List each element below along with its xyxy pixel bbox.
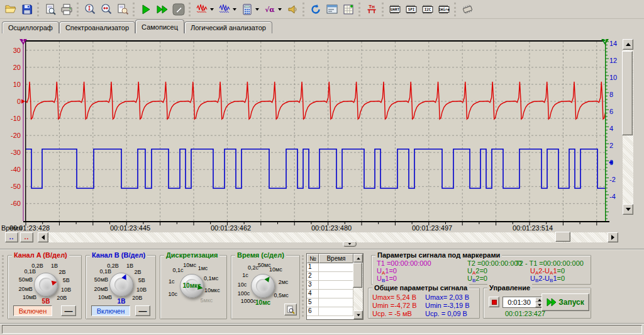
channel-a-scale-2В[interactable]: 2В	[58, 269, 65, 275]
edit-mode-button[interactable]	[170, 1, 186, 17]
v-scroll-up-button[interactable]	[623, 39, 633, 50]
channel-b-scale-10мВ[interactable]: 10мВ	[98, 295, 112, 300]
sound-button[interactable]	[284, 1, 300, 17]
marker-a-button[interactable]: ..	[5, 232, 18, 242]
channel-a-scale-5В[interactable]: 5В	[63, 278, 70, 283]
generator-a-dropdown-icon[interactable]	[210, 8, 214, 11]
channel-a-power-toggle[interactable]: Включен	[13, 305, 52, 316]
generator-b-button[interactable]	[216, 1, 232, 17]
generator-a-button[interactable]	[194, 1, 209, 17]
panel-grip[interactable]	[2, 255, 4, 317]
h-scrollbar-track[interactable]	[48, 232, 608, 242]
spi-decoder-button[interactable]: SPI	[403, 1, 419, 17]
table-scrollbar-thumb[interactable]	[353, 263, 362, 288]
sampling-scale-0,1мс[interactable]: 0,1мс	[204, 275, 218, 281]
sampling-scale-10мкс[interactable]: 10мкс	[204, 287, 220, 293]
v-scrollbar-thumb[interactable]	[622, 51, 633, 135]
sampling-scale-5мкс[interactable]: 5мкс	[200, 298, 213, 304]
print-button[interactable]	[58, 1, 74, 17]
time-div-scale-1000с[interactable]: 1000с	[241, 298, 257, 304]
channel-a-scale-0,1В[interactable]: 0,1В	[24, 268, 36, 274]
channel-b-power-toggle[interactable]: Включен	[91, 305, 130, 316]
table-row[interactable]: 3	[307, 281, 353, 290]
panel-grip[interactable]	[302, 255, 304, 317]
plot-area[interactable]	[26, 42, 605, 221]
channel-b-scale-0,1В[interactable]: 0,1В	[99, 268, 111, 274]
thermometer-button[interactable]: Тн	[364, 1, 379, 17]
time-div-scale-2мс[interactable]: 2мс	[279, 280, 289, 285]
time-div-scale-100с[interactable]: 100с	[238, 291, 250, 297]
channel-b-minus-button[interactable]: —	[135, 305, 150, 316]
start-button[interactable]	[138, 1, 153, 17]
collapse-panel-button[interactable]	[343, 241, 357, 247]
channel-a-minus-button[interactable]: —	[61, 305, 76, 316]
start-fast-button[interactable]	[154, 1, 170, 17]
channel-a-scale-20В[interactable]: 20В	[57, 295, 67, 301]
table-scrollbar-track[interactable]	[353, 263, 363, 310]
time-div-scale-10с[interactable]: 10с	[238, 281, 247, 287]
tab-logic-analyzer[interactable]: Логический анализатор	[184, 21, 272, 33]
math-functions-button[interactable]: √α	[262, 1, 277, 17]
table-scroll-up-button[interactable]	[353, 254, 363, 263]
channel-b-scale-5В[interactable]: 5В	[138, 278, 145, 283]
tab-recorder[interactable]: Самописец	[135, 20, 184, 33]
tab-oscilloscope[interactable]: Осциллограф	[2, 21, 59, 33]
zoom-time-button[interactable]	[98, 1, 114, 17]
channel-a-scale-1В[interactable]: 1В	[51, 263, 58, 268]
channel-b-scale-50мВ[interactable]: 50мВ	[94, 277, 108, 283]
sampling-scale-10мс[interactable]: 10мс	[183, 263, 196, 268]
calculator-dropdown-icon[interactable]	[255, 8, 259, 11]
h-scroll-right-button[interactable]	[608, 232, 618, 242]
v-scroll-down-button[interactable]	[623, 204, 633, 215]
marker-b-button[interactable]: ..	[20, 232, 33, 242]
sampling-scale-10с[interactable]: 10с	[169, 292, 178, 297]
time-div-scale-10мс[interactable]: 10мс	[269, 266, 282, 272]
sampling-scale-1мс[interactable]: 1мс	[198, 266, 208, 271]
chip-button[interactable]	[459, 1, 475, 17]
calculator-button[interactable]	[239, 1, 255, 17]
generator-b-dropdown-icon[interactable]	[233, 8, 236, 11]
channel-b-scale-1В[interactable]: 1В	[126, 263, 133, 268]
onewire-decoder-button[interactable]: 1Wire	[436, 1, 452, 17]
sampling-scale-0,1с[interactable]: 0,1с	[172, 268, 183, 273]
sampling-scale-1с[interactable]: 1с	[169, 279, 175, 285]
channel-a-scale-20мВ[interactable]: 20мВ	[19, 286, 33, 292]
stop-button[interactable]	[489, 297, 499, 307]
time-div-scale-0,2с[interactable]: 0,2с	[248, 264, 258, 270]
time-div-scale-0,5мс[interactable]: 0,5мс	[274, 293, 289, 298]
table-row[interactable]: 6	[307, 307, 353, 316]
i2c-decoder-button[interactable]: I2C	[419, 1, 435, 17]
channel-b-scale-20В[interactable]: 20В	[132, 295, 142, 301]
print-preview-button[interactable]	[42, 1, 58, 17]
channel-a-scale-10В[interactable]: 10В	[61, 287, 71, 292]
table-scroll-down-button[interactable]	[353, 310, 363, 319]
table-row[interactable]: 1	[307, 263, 353, 272]
record-time-input[interactable]	[503, 297, 535, 307]
channel-b-knob[interactable]	[109, 273, 133, 297]
table-row[interactable]: 5	[307, 298, 353, 307]
math-functions-dropdown-icon[interactable]	[278, 8, 282, 11]
refresh-button[interactable]	[308, 1, 323, 17]
table-row[interactable]: 2	[307, 272, 353, 281]
zoom-page-button[interactable]	[114, 1, 130, 17]
tab-spectrum-analyzer[interactable]: Спектроанализатор	[59, 21, 135, 33]
h-scroll-left-button[interactable]	[38, 232, 48, 242]
table-row[interactable]: 4	[307, 290, 353, 298]
channel-a-scale-50мВ[interactable]: 50мВ	[19, 277, 33, 283]
channel-b-scale-10В[interactable]: 10В	[136, 287, 147, 292]
channel-b-scale-20мВ[interactable]: 20мВ	[94, 286, 108, 292]
channel-a-scale-10мВ[interactable]: 10мВ	[23, 295, 36, 300]
start-recording-button[interactable]: Запуск	[541, 293, 589, 311]
scale-zoom-button[interactable]	[284, 304, 297, 315]
channel-b-scale-2В[interactable]: 2В	[134, 269, 141, 275]
zoom-amplitude-button[interactable]	[82, 1, 97, 17]
save-file-button[interactable]	[19, 1, 35, 17]
properties-button[interactable]	[324, 1, 340, 17]
h-scrollbar-thumb[interactable]	[555, 232, 570, 242]
virtual-oscilloscope-window: { "colors":{"window_bg":"#d4d0c8","plot_…	[0, 0, 644, 335]
open-file-button[interactable]	[3, 1, 18, 17]
device-settings-button[interactable]	[340, 1, 356, 17]
v-scrollbar-track[interactable]	[623, 50, 633, 204]
time-div-scale-1с[interactable]: 1с	[242, 272, 248, 278]
uart-decoder-button[interactable]: UART	[387, 1, 402, 17]
